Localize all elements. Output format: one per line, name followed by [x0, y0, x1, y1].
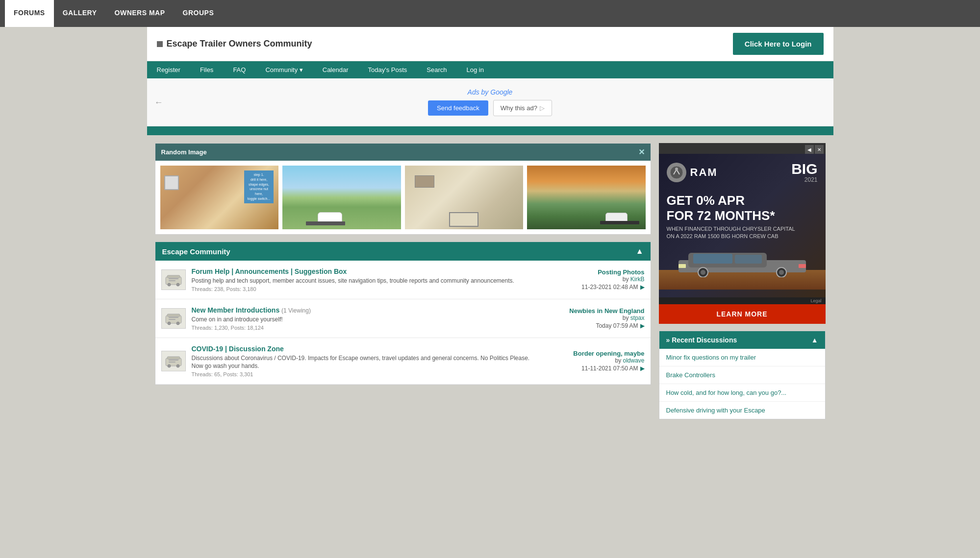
ram-brand-text: RAM — [690, 166, 718, 179]
svg-rect-1 — [167, 275, 180, 278]
forum-latest-title-2[interactable]: Newbies in New England — [547, 307, 645, 315]
forum-latest-user-1[interactable]: KirkB — [630, 276, 645, 283]
forum-latest-title-1[interactable]: Posting Photos — [547, 268, 645, 276]
ad-truck-area — [659, 245, 826, 290]
forum-row-3: COVID-19 | Discussion Zone Discussions a… — [155, 338, 651, 385]
svg-point-25 — [701, 270, 705, 275]
site-title-text: Escape Trailer Owners Community — [167, 39, 312, 49]
ad-sidebar-x-btn[interactable]: ✕ — [815, 145, 824, 154]
svg-rect-29 — [799, 264, 806, 268]
svg-rect-7 — [167, 314, 180, 316]
nav-todays-posts[interactable]: Today's Posts — [358, 61, 417, 78]
ad-sidebar-close-btn[interactable]: ◀ — [805, 145, 814, 154]
random-image-header: Random Image ✕ — [155, 144, 651, 161]
svg-point-9 — [176, 322, 179, 325]
forum-latest-arrow-2: ▶ — [640, 322, 645, 329]
community-collapse-icon[interactable]: ▲ — [636, 247, 644, 256]
forum-stats-2: Threads: 1,230, Posts: 18,124 — [192, 325, 541, 331]
forum-icon-2 — [161, 308, 186, 329]
random-image-2[interactable] — [282, 166, 401, 229]
recent-item-1[interactable]: Minor fix questions on my trailer — [659, 349, 825, 366]
community-title: Escape Community — [162, 247, 230, 256]
nav-login[interactable]: Log in — [457, 61, 494, 78]
random-image-4[interactable] — [527, 166, 646, 229]
escape-community-section: Escape Community ▲ — [155, 242, 651, 385]
forum-latest-title-3[interactable]: Border opening, maybe — [547, 350, 645, 357]
forum-info-3: COVID-19 | Discussion Zone Discussions a… — [192, 345, 541, 378]
svg-point-2 — [168, 283, 171, 286]
community-header: Escape Community ▲ — [155, 242, 651, 261]
why-this-ad-button[interactable]: Why this ad? ▷ — [493, 100, 552, 116]
ad-sidebar-inner: RAM BIG 2021 GET 0% APRFOR 72 MONTHS* WH… — [659, 154, 826, 297]
svg-point-27 — [779, 270, 784, 275]
recent-item-4[interactable]: Defensive driving with your Escape — [659, 402, 825, 419]
site-icon — [157, 41, 163, 47]
svg-rect-13 — [167, 357, 180, 359]
svg-rect-17 — [169, 362, 176, 363]
random-image-3[interactable] — [405, 166, 524, 229]
main-wrapper: Escape Trailer Owners Community Click He… — [147, 27, 833, 427]
why-this-ad-icon: ▷ — [540, 104, 545, 112]
forum-viewing-badge-2: (1 Viewing) — [281, 307, 311, 314]
forum-desc-2: Come on in and introduce yourself! — [192, 315, 541, 324]
ad-learn-more-button[interactable]: LEARN MORE — [659, 304, 826, 324]
nav-files[interactable]: Files — [190, 61, 223, 78]
nav-tab-owners-map[interactable]: OWNERS MAP — [106, 0, 174, 27]
random-image-1[interactable]: step 1.drill it here,shape edges,unscrew… — [160, 166, 279, 229]
forum-title-1[interactable]: Forum Help | Announcements | Suggestion … — [192, 267, 347, 275]
forum-info-1: Forum Help | Announcements | Suggestion … — [192, 267, 541, 292]
forum-row: Forum Help | Announcements | Suggestion … — [155, 261, 651, 299]
forum-stats-3: Threads: 65, Posts: 3,301 — [192, 371, 541, 377]
nav-tab-forums[interactable]: FORUMS — [5, 0, 54, 27]
forum-latest-by-1: by KirkB — [547, 276, 645, 283]
svg-rect-28 — [678, 264, 686, 268]
svg-point-15 — [176, 364, 179, 367]
nav-faq[interactable]: FAQ — [223, 61, 255, 78]
nav-community[interactable]: Community ▾ — [255, 61, 312, 78]
forum-title-2[interactable]: New Member Introductions (1 Viewing) — [192, 306, 311, 314]
nav-register[interactable]: Register — [147, 61, 190, 78]
forum-latest-1: Posting Photos by KirkB 11-23-2021 02:48… — [547, 268, 645, 291]
nav-search[interactable]: Search — [417, 61, 456, 78]
recent-item-2[interactable]: Brake Controllers — [659, 366, 825, 384]
top-navigation: FORUMS GALLERY OWNERS MAP GROUPS — [0, 0, 980, 27]
ad-headline-area: GET 0% APRFOR 72 MONTHS* WHEN FINANCED T… — [667, 188, 818, 241]
forum-latest-by-2: by stpax — [547, 315, 645, 321]
recent-discussions-header: » Recent Discussions ▲ — [659, 331, 825, 349]
svg-rect-5 — [169, 280, 176, 281]
svg-rect-22 — [693, 254, 732, 264]
nav-calendar[interactable]: Calendar — [313, 61, 358, 78]
random-image-section: Random Image ✕ step 1.drill it here,shap… — [155, 143, 651, 235]
recent-discussions-collapse-icon[interactable]: ▲ — [811, 336, 818, 344]
truck-shape — [669, 248, 816, 279]
forum-latest-arrow-1: ▶ — [640, 284, 645, 291]
teal-divider — [147, 126, 833, 135]
recent-discussions-section: » Recent Discussions ▲ Minor fix questio… — [659, 331, 826, 419]
nav-tab-groups[interactable]: GROUPS — [174, 0, 223, 27]
main-column: Random Image ✕ step 1.drill it here,shap… — [155, 143, 651, 419]
forum-title-3[interactable]: COVID-19 | Discussion Zone — [192, 345, 284, 353]
ad-legal-text: Legal — [659, 297, 826, 304]
forum-latest-user-2[interactable]: stpax — [630, 315, 645, 321]
random-image-close-icon[interactable]: ✕ — [638, 147, 645, 157]
forum-latest-user-3[interactable]: oldwave — [623, 357, 644, 364]
ad-ram-logo: RAM — [667, 163, 718, 182]
nav-tab-gallery[interactable]: GALLERY — [54, 0, 106, 27]
forum-latest-by-3: by oldwave — [547, 357, 645, 364]
send-feedback-button[interactable]: Send feedback — [428, 100, 488, 116]
forum-desc-1: Posting help and tech support, member ac… — [192, 277, 541, 285]
svg-point-19 — [675, 168, 678, 170]
site-header: Escape Trailer Owners Community Click He… — [147, 27, 833, 61]
ad-banner: ← Ads by Google Send feedback Why this a… — [147, 78, 833, 126]
ad-big-year: BIG 2021 — [791, 162, 817, 183]
recent-item-3[interactable]: How cold, and for how long, can you go?.… — [659, 384, 825, 402]
secondary-navigation: Register Files FAQ Community ▾ Calendar … — [147, 61, 833, 78]
forum-icon-3 — [161, 351, 186, 371]
svg-rect-16 — [169, 360, 178, 361]
ad-ram-header: RAM BIG 2021 — [667, 162, 818, 183]
ad-back-arrow-icon[interactable]: ← — [154, 97, 163, 107]
svg-rect-11 — [169, 319, 176, 320]
svg-point-14 — [168, 364, 171, 367]
random-images-grid: step 1.drill it here,shape edges,unscrew… — [155, 161, 651, 234]
login-button[interactable]: Click Here to Login — [733, 33, 824, 55]
